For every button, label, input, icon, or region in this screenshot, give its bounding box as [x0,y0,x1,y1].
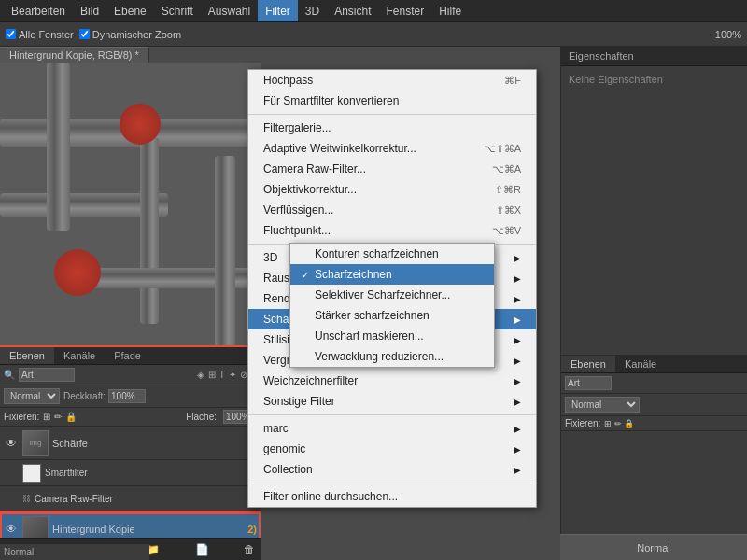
menu-bild[interactable]: Bild [73,0,106,21]
menu-item-collection[interactable]: Collection ▶ [248,459,536,480]
zoom-level: 100% [715,29,741,40]
status-bar-left: Normal [0,543,149,560]
filter-icon5: ⊘ [240,370,247,380]
menu-item-weich[interactable]: Weichzeichnerfilter ▶ [248,371,536,391]
main-area: Hintergrund Kopie, RGB/8) * Ebenen Kanäl… [0,47,747,560]
menu-item-vergr[interactable]: Vergröberungsfilter ▶ [248,350,536,371]
menu-item-cameraraw[interactable]: Camera Raw-Filter... ⌥⌘A [248,159,536,179]
right-tab-ebenen[interactable]: Ebenen [561,356,615,372]
menu-bearbeiten[interactable]: Bearbeiten [4,0,73,21]
right-layers-panel: Ebenen Kanäle Normal Fixieren: ⊞ ✏ 🔒 Nor… [560,355,747,560]
menu-filter[interactable]: Filter [258,0,298,21]
layer-cameraraw[interactable]: ⛓ Camera Raw-Filter ⟳ [0,486,261,512]
fixieren-row: Fixieren: ⊞ ✏ 🔒 Fläche: [0,408,261,427]
chain-icon: ⛓ [22,494,31,503]
right-filter-row [561,373,747,394]
opacity-field: Deckkraft: [63,389,146,403]
tab-kanaele[interactable]: Kanäle [54,347,105,364]
menu-item-marc[interactable]: marc ▶ [248,418,536,439]
menu-item-sonstige[interactable]: Sonstige Filter ▶ [248,391,536,412]
right-blend-select[interactable]: Normal [565,397,640,413]
menu-item-fluchtpunkt[interactable]: Fluchtpunkt... ⌥⌘V [248,220,536,241]
filter-dropdown-menu[interactable]: Hochpass ⌘F Für Smartfilter konvertieren… [247,69,537,508]
toolbar: Alle Fenster Dynamischer Zoom 100% [0,22,747,47]
menu-item-hochpass[interactable]: Hochpass ⌘F [248,70,536,91]
canvas-tab[interactable]: Hintergrund Kopie, RGB/8) * [0,47,149,63]
sep3 [248,414,536,415]
menu-item-filter-online[interactable]: Filter online durchsuchen... [248,486,536,507]
tab-pfade[interactable]: Pfade [105,347,150,364]
layer-smartfilter[interactable]: Smartfilter [0,460,261,486]
right-blend-row: Normal [561,394,747,416]
right-tab-kanaele[interactable]: Kanäle [615,356,666,372]
menu-item-filtergalerie[interactable]: Filtergalerie... [248,118,536,138]
flaeche-label: Fläche: [186,412,217,422]
menu-item-stilisierungsfilter[interactable]: Stilisierungsfilter ▶ [248,329,536,350]
no-properties-label: Keine Eigenschaften [569,74,663,85]
menu-item-scharfzeichnungsfilter[interactable]: Scharfzeichnungsfilter ▶ [248,309,536,329]
alle-fenster-checkbox[interactable] [6,29,16,39]
status-normal-right: Normal [637,542,669,553]
menu-schrift[interactable]: Schrift [154,0,201,21]
menubar: Bearbeiten Bild Ebene Schrift Auswahl Fi… [0,0,747,22]
blend-mode-select[interactable]: Normal [4,388,60,404]
alle-fenster-label: Alle Fenster [6,29,74,40]
sep1 [248,114,536,115]
properties-title: Eigenschaften [569,50,634,62]
filter-icon: ◈ [197,370,204,380]
layer-name-schaerfe: Schärfe [52,438,249,449]
thumb-schaerfe: img [22,430,49,456]
layers-panel: Ebenen Kanäle Pfade 🔍 ◈ ⊞ T ✦ ⊘ ● Normal [0,345,261,560]
menu-auswahl[interactable]: Auswahl [201,0,258,21]
layer-search-input[interactable] [19,368,75,382]
right-search-input[interactable] [565,376,612,390]
filter-icon4: ✦ [229,370,236,380]
dynamischer-zoom-label: Dynamischer Zoom [79,29,181,40]
menu-item-verfluessigen[interactable]: Verflüssigen... ⇧⌘X [248,200,536,220]
menu-hilfe[interactable]: Hilfe [431,0,469,21]
eye-icon-hintergrund-kopie[interactable]: 👁 [4,522,19,537]
menu-item-smartfilter[interactable]: Für Smartfilter konvertieren [248,91,536,111]
thumb-smartfilter [22,464,41,483]
dynamischer-zoom-checkbox[interactable] [79,29,90,39]
right-fix-icons: ⊞ ✏ 🔒 [604,419,634,428]
tab-ebenen[interactable]: Ebenen [0,347,54,364]
layer-name-smartfilter: Smartfilter [45,468,257,478]
menu-ebene[interactable]: Ebene [106,0,154,21]
menu-3d[interactable]: 3D [298,0,327,21]
layers-filter-row: 🔍 ◈ ⊞ T ✦ ⊘ ● [0,365,261,385]
menu-item-objektivkorrektur[interactable]: Objektivkorrektur... ⇧⌘R [248,179,536,200]
layer-name-cameraraw: Camera Raw-Filter [35,494,249,504]
eye-icon-schaerfe[interactable]: 👁 [4,436,19,451]
menu-item-renderfilter[interactable]: Renderfilter ▶ [248,288,536,309]
fix-draw-icon[interactable]: ✏ [54,412,62,422]
properties-content: Keine Eigenschaften [561,66,747,92]
delete-layer-icon[interactable]: 🗑 [244,543,255,556]
right-fixieren-row: Fixieren: ⊞ ✏ 🔒 [561,416,747,431]
opacity-input[interactable] [108,389,146,403]
status-bar-right: Normal [560,534,747,560]
search-icon: 🔍 [4,370,15,380]
blend-opacity-row: Normal Deckkraft: [0,385,261,408]
properties-header: Eigenschaften [561,47,747,66]
status-normal-left: Normal [4,547,34,557]
fix-pos-icon[interactable]: ⊞ [43,412,50,422]
menu-item-weitwinkel[interactable]: Adaptive Weitwinkelkorrektur... ⌥⇧⌘A [248,138,536,159]
sep2 [248,244,536,245]
menu-ansicht[interactable]: Ansicht [327,0,378,21]
menu-fenster[interactable]: Fenster [379,0,432,21]
menu-item-rauschfilter[interactable]: Rauschfilter ▶ [248,268,536,288]
fixieren-label: Fixieren: [4,412,39,422]
filter-icon2: ⊞ [208,370,216,380]
right-fixieren-label: Fixieren: [565,418,600,428]
menu-item-3d[interactable]: 3D ▶ [248,247,536,268]
fix-lock-icon[interactable]: 🔒 [65,412,77,422]
menu-item-genomic[interactable]: genomic ▶ [248,439,536,459]
opacity-label: Deckkraft: [63,391,106,401]
layer-schaerfe[interactable]: 👁 img Schärfe ⊘ [0,427,261,460]
new-layer-icon[interactable]: 📄 [195,543,209,556]
right-properties-panel: Eigenschaften Keine Eigenschaften Ebenen… [560,47,747,560]
layer-badge: 2) [247,524,257,535]
right-layers-tabs: Ebenen Kanäle [561,356,747,373]
sep4 [248,483,536,483]
